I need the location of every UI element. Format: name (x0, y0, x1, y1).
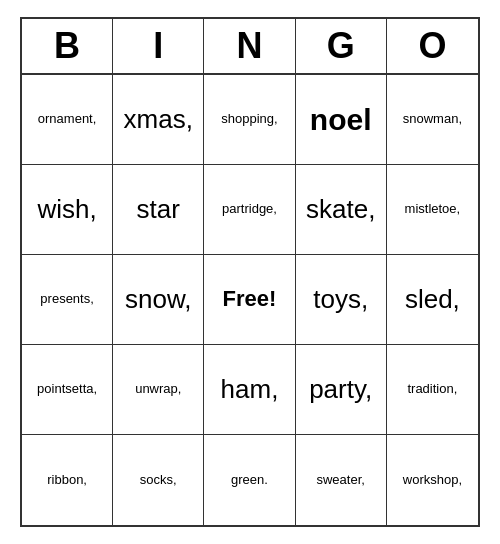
bingo-cell: Free! (204, 255, 295, 345)
bingo-cell: snow, (113, 255, 204, 345)
bingo-cell: ribbon, (22, 435, 113, 525)
bingo-header: BINGO (22, 19, 478, 75)
bingo-cell: green. (204, 435, 295, 525)
bingo-cell: noel (296, 75, 387, 165)
bingo-cell: sweater, (296, 435, 387, 525)
bingo-cell: xmas, (113, 75, 204, 165)
header-letter: O (387, 19, 478, 73)
cell-text: unwrap, (135, 381, 181, 398)
bingo-cell: shopping, (204, 75, 295, 165)
header-letter: G (296, 19, 387, 73)
cell-text: pointsetta, (37, 381, 97, 398)
cell-text: workshop, (403, 472, 462, 489)
cell-text: wish, (37, 193, 96, 227)
cell-text: sled, (405, 283, 460, 317)
cell-text: Free! (223, 285, 277, 314)
bingo-cell: toys, (296, 255, 387, 345)
cell-text: noel (310, 100, 372, 139)
cell-text: xmas, (124, 103, 193, 137)
header-letter: B (22, 19, 113, 73)
header-letter: N (204, 19, 295, 73)
cell-text: shopping, (221, 111, 277, 128)
cell-text: presents, (40, 291, 93, 308)
cell-text: skate, (306, 193, 375, 227)
bingo-cell: sled, (387, 255, 478, 345)
cell-text: partridge, (222, 201, 277, 218)
cell-text: ham, (221, 373, 279, 407)
cell-text: mistletoe, (405, 201, 461, 218)
bingo-cell: party, (296, 345, 387, 435)
cell-text: sweater, (316, 472, 364, 489)
cell-text: snow, (125, 283, 192, 317)
bingo-cell: presents, (22, 255, 113, 345)
header-letter: I (113, 19, 204, 73)
cell-text: ornament, (38, 111, 97, 128)
cell-text: toys, (313, 283, 368, 317)
cell-text: tradition, (407, 381, 457, 398)
cell-text: party, (309, 373, 372, 407)
bingo-cell: unwrap, (113, 345, 204, 435)
bingo-cell: pointsetta, (22, 345, 113, 435)
bingo-card: BINGO ornament,xmas,shopping,noelsnowman… (20, 17, 480, 527)
bingo-cell: partridge, (204, 165, 295, 255)
cell-text: snowman, (403, 111, 462, 128)
bingo-cell: socks, (113, 435, 204, 525)
cell-text: socks, (140, 472, 177, 489)
bingo-cell: star (113, 165, 204, 255)
bingo-cell: snowman, (387, 75, 478, 165)
cell-text: green. (231, 472, 268, 489)
bingo-cell: skate, (296, 165, 387, 255)
cell-text: ribbon, (47, 472, 87, 489)
bingo-cell: ham, (204, 345, 295, 435)
bingo-grid: ornament,xmas,shopping,noelsnowman,wish,… (22, 75, 478, 525)
bingo-cell: ornament, (22, 75, 113, 165)
bingo-cell: workshop, (387, 435, 478, 525)
bingo-cell: wish, (22, 165, 113, 255)
bingo-cell: mistletoe, (387, 165, 478, 255)
bingo-cell: tradition, (387, 345, 478, 435)
cell-text: star (137, 193, 180, 227)
